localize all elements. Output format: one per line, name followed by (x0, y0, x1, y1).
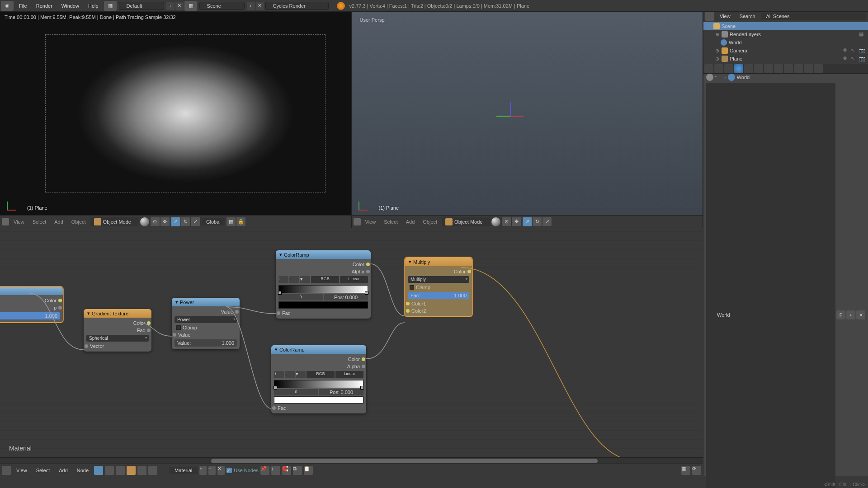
pivot-icon[interactable]: ⊙ (150, 217, 160, 227)
ramp-interp[interactable]: Linear (340, 276, 368, 283)
outliner-filter-dropdown[interactable]: All Scenes (761, 13, 866, 20)
menu-window[interactable]: Window (57, 3, 84, 9)
menu-help[interactable]: Help (84, 3, 103, 9)
layout-dropdown[interactable]: Default (119, 2, 164, 10)
scene-dropdown[interactable]: Scene (199, 2, 245, 10)
pin-icon[interactable] (706, 74, 713, 81)
outliner-item-renderlayers[interactable]: ⊕RenderLayers▦ (703, 30, 868, 38)
tab-renderlayers-icon[interactable] (714, 64, 723, 73)
stop-color-swatch[interactable] (278, 301, 368, 309)
snapping-icon[interactable]: 🧲 (282, 466, 291, 475)
node-editor[interactable]: Color p 1.000 ▾Gradient Texture Color Fa… (0, 228, 703, 457)
fake-user-button[interactable]: F (836, 310, 845, 319)
tab-object-icon[interactable] (744, 64, 753, 73)
editor-type-icon[interactable] (2, 218, 9, 225)
menu-object[interactable]: Object (68, 219, 90, 225)
shading-icon[interactable] (491, 217, 500, 226)
scene-icon[interactable]: ▫ (715, 74, 722, 81)
translate-icon[interactable]: ↗ (522, 217, 532, 227)
scale-icon[interactable]: ⤢ (191, 217, 201, 227)
tab-render-icon[interactable] (704, 64, 713, 73)
node-colorramp-1[interactable]: ▾ColorRamp Color Alpha + − ▾ RGB Linear … (276, 250, 371, 319)
stop-color-swatch[interactable] (274, 396, 363, 404)
layers-icon[interactable]: ▦ (226, 217, 236, 227)
eye-icon[interactable]: 👁 (843, 47, 849, 54)
material-slot-icon[interactable] (159, 466, 167, 474)
add-world-icon[interactable]: + (846, 310, 855, 319)
go-parent-icon[interactable]: ↑ (271, 466, 280, 475)
outliner-item-plane[interactable]: ⊕Plane👁↖📷 (703, 55, 868, 63)
world-datablock-dropdown[interactable]: World (706, 83, 835, 488)
stop-pos[interactable]: Pos: 0.000 (324, 294, 368, 300)
outliner-view[interactable]: View (716, 14, 734, 19)
outliner-item-scene[interactable]: ◯Scene (703, 22, 868, 30)
scale-icon[interactable]: ⤢ (542, 217, 552, 227)
blender-icon[interactable]: ◉ (1, 1, 14, 11)
math-op-dropdown[interactable]: Power (175, 316, 237, 323)
clamp-checkbox[interactable]: Clamp (175, 324, 237, 331)
unlink-material-icon[interactable]: ✕ (217, 466, 225, 475)
menu-add[interactable]: Add (55, 468, 71, 473)
remove-layout-icon[interactable]: ✕ (175, 2, 184, 10)
ramp-menu-icon[interactable]: ▾ (300, 276, 310, 283)
compositor-tree-icon[interactable] (105, 466, 114, 475)
tab-texture-icon[interactable] (794, 64, 803, 73)
menu-select[interactable]: Select (33, 468, 54, 473)
3d-viewport[interactable]: User Persp (1) Plane (352, 12, 703, 215)
tab-data-icon[interactable] (774, 64, 783, 73)
outliner[interactable]: ◯Scene ⊕RenderLayers▦ World ⊕Camera👁↖📷 ⊕… (703, 21, 868, 64)
pin-icon[interactable]: 📌 (260, 466, 269, 475)
stop-index[interactable]: 0 (274, 389, 318, 395)
ramp-interp[interactable]: Linear (335, 371, 363, 378)
add-stop-icon[interactable]: + (278, 276, 288, 283)
editor-type-icon[interactable] (705, 12, 714, 21)
object-icon[interactable] (127, 466, 136, 475)
breadcrumb-world[interactable]: World (737, 75, 750, 80)
unlink-world-icon[interactable]: ✕ (856, 310, 865, 319)
tab-scene-icon[interactable] (724, 64, 733, 73)
outliner-item-camera[interactable]: ⊕Camera👁↖📷 (703, 47, 868, 55)
ramp-gradient[interactable] (274, 380, 363, 388)
node-power[interactable]: ▾Power Value Power Clamp Value Value:1.0… (172, 298, 240, 349)
ramp-mode[interactable]: RGB (307, 371, 335, 378)
orientation-dropdown[interactable]: Global (202, 218, 225, 225)
manipulator-icon[interactable]: ✥ (511, 217, 521, 227)
stop-pos[interactable]: Pos: 0.000 (319, 389, 363, 395)
fake-user-button[interactable]: F (199, 466, 207, 475)
node-multiply[interactable]: ▾Multiply Color Multiply Clamp Fac:1.000… (405, 257, 472, 317)
remove-scene-icon[interactable]: ✕ (256, 2, 264, 10)
mix-op-dropdown[interactable]: Multiply (408, 276, 469, 283)
menu-select[interactable]: Select (380, 219, 401, 225)
gradient-type-dropdown[interactable]: Spherical (86, 335, 149, 342)
backdrop-icon[interactable]: ▦ (681, 466, 690, 475)
add-scene-icon[interactable]: + (247, 2, 255, 10)
ramp-menu-icon[interactable]: ▾ (296, 371, 306, 378)
editor-type-icon[interactable] (2, 466, 11, 475)
horizontal-scrollbar[interactable] (0, 457, 703, 464)
node-colorramp-2[interactable]: ▾ColorRamp Color Alpha + − ▾ RGB Linear … (271, 345, 366, 413)
shader-tree-icon[interactable] (94, 466, 103, 475)
restrict-icon[interactable]: ▦ (859, 31, 865, 38)
cursor-icon[interactable]: ↖ (851, 47, 857, 54)
layout-browse-icon[interactable]: ▦ (104, 1, 117, 11)
menu-file[interactable]: File (14, 3, 32, 9)
mode-dropdown[interactable]: Object Mode (90, 217, 139, 226)
add-stop-icon[interactable]: + (274, 371, 284, 378)
tab-constraints-icon[interactable] (754, 64, 763, 73)
outliner-search[interactable]: Search (736, 14, 759, 19)
translate-icon[interactable]: ↗ (171, 217, 181, 227)
rotate-icon[interactable]: ↻ (181, 217, 191, 227)
tab-physics-icon[interactable] (814, 64, 823, 73)
texture-tree-icon[interactable] (116, 466, 125, 475)
menu-object[interactable]: Object (419, 219, 441, 225)
material-dropdown[interactable]: Material (169, 467, 198, 474)
menu-add[interactable]: Add (402, 219, 419, 225)
menu-view[interactable]: View (13, 468, 31, 473)
eye-icon[interactable]: 👁 (843, 56, 849, 62)
cursor-icon[interactable]: ↖ (851, 56, 857, 62)
clamp-checkbox[interactable]: Clamp (408, 284, 469, 291)
menu-add[interactable]: Add (51, 219, 67, 225)
fac-field[interactable]: Fac:1.000 (408, 292, 469, 299)
menu-view[interactable]: View (10, 219, 28, 225)
world-icon[interactable] (137, 466, 146, 475)
